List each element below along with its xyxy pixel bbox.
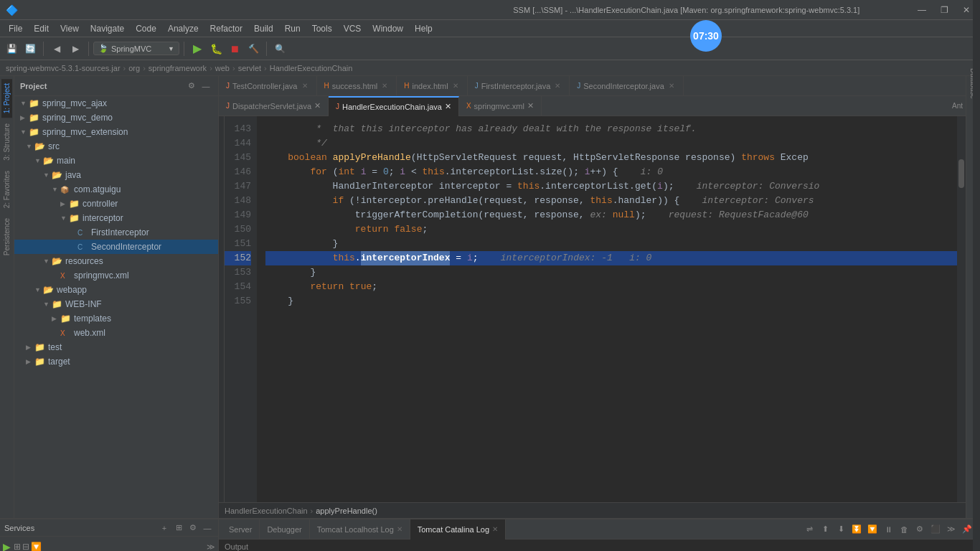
code-editor[interactable]: 143 144 145 146 147 148 149 150 151 152 … xyxy=(219,116,966,502)
tree-item-demo[interactable]: ▶ 📁 spring_mvc_demo xyxy=(14,110,218,125)
maximize-button[interactable]: ❐ xyxy=(936,4,953,17)
console-tab-catalina[interactable]: Tomcat Catalina Log ✕ xyxy=(410,519,506,540)
menu-analyze[interactable]: Analyze xyxy=(162,22,204,35)
ant-tab[interactable]: Ant xyxy=(952,102,963,110)
menu-navigate[interactable]: Navigate xyxy=(85,22,130,35)
tab-firstinterceptor[interactable]: J FirstInterceptor.java ✕ xyxy=(468,76,570,96)
services-collapse-btn[interactable]: ⊟ xyxy=(22,542,29,552)
tab-index[interactable]: H index.html ✕ xyxy=(397,76,467,96)
tree-item-test[interactable]: ▶ 📁 test xyxy=(14,340,218,354)
bc-method[interactable]: applyPreHandle() xyxy=(316,507,377,515)
search-button[interactable]: 🔍 xyxy=(271,40,288,57)
save-all-button[interactable]: 💾 xyxy=(3,40,20,57)
console-clear-btn[interactable]: 🗑 xyxy=(897,522,911,537)
tree-item-webinf[interactable]: ▼ 📁 WEB-INF xyxy=(14,297,218,311)
breadcrumb-servlet[interactable]: servlet xyxy=(238,64,261,72)
scrollbar-thumb[interactable] xyxy=(958,159,964,188)
breadcrumb-jar[interactable]: spring-webmvc-5.3.1-sources.jar xyxy=(6,64,121,72)
breadcrumb-web[interactable]: web xyxy=(215,64,230,72)
tab-close[interactable]: ✕ xyxy=(492,525,498,533)
tab-close-btn[interactable]: ✕ xyxy=(301,81,309,90)
console-up-btn[interactable]: ⬆ xyxy=(818,522,832,537)
console-more-btn[interactable]: ≫ xyxy=(944,522,958,537)
services-add-btn[interactable]: + xyxy=(158,522,171,534)
tab-testcontroller[interactable]: J TestController.java ✕ xyxy=(219,76,317,96)
console-tab-server[interactable]: Server xyxy=(222,519,260,540)
breadcrumb-handler[interactable]: HandlerExecutionChain xyxy=(270,64,353,72)
tab-close-btn[interactable]: ✕ xyxy=(380,81,389,90)
close-button[interactable]: ✕ xyxy=(958,4,974,17)
menu-view[interactable]: View xyxy=(55,22,85,35)
vertical-scrollbar[interactable] xyxy=(957,116,966,502)
tree-item-webxml[interactable]: X web.xml xyxy=(14,326,218,340)
services-filter-btn[interactable]: 🔽 xyxy=(31,542,42,552)
tab-close[interactable]: ✕ xyxy=(397,525,402,533)
tree-item-second[interactable]: C SecondInterceptor xyxy=(14,240,218,254)
persistence-tab[interactable]: Persistence xyxy=(1,214,12,260)
tab-success[interactable]: H success.html ✕ xyxy=(317,76,397,96)
stop-button[interactable]: ⏹ xyxy=(226,40,243,57)
services-layout-btn[interactable]: ⊞ xyxy=(172,522,185,534)
forward-button[interactable]: ▶ xyxy=(67,40,84,57)
debug-button[interactable]: 🐛 xyxy=(207,40,225,57)
console-scroll-end-btn[interactable]: ⏬ xyxy=(849,522,864,537)
tree-item-springmvc-xml[interactable]: X springmvc.xml xyxy=(14,268,218,283)
services-more-btn[interactable]: ≫ xyxy=(207,542,215,551)
title-controls[interactable]: — ❐ ✕ xyxy=(913,4,974,17)
project-settings-btn[interactable]: ⚙ xyxy=(185,80,198,93)
tree-item-com[interactable]: ▼ 📦 com.atguigu xyxy=(14,182,218,197)
menu-code[interactable]: Code xyxy=(130,22,162,35)
tab-close-btn[interactable]: ✕ xyxy=(667,81,676,90)
breadcrumb-springframework[interactable]: springframework xyxy=(149,64,207,72)
code-content[interactable]: * that this interceptor has already deal… xyxy=(257,116,957,502)
services-settings-btn[interactable]: ⚙ xyxy=(187,522,199,534)
tree-item-interceptor[interactable]: ▼ 📁 interceptor xyxy=(14,211,218,225)
project-selector[interactable]: 🍃 SpringMVC ▼ xyxy=(93,42,179,55)
project-tab[interactable]: 1: Project xyxy=(1,79,12,118)
console-pin-btn[interactable]: 📌 xyxy=(960,522,974,537)
menu-build[interactable]: Build xyxy=(248,22,279,35)
menu-vcs[interactable]: VCS xyxy=(338,22,367,35)
console-filter-btn[interactable]: 🔽 xyxy=(865,522,880,537)
console-wrap-btn[interactable]: ⇌ xyxy=(802,522,816,537)
services-expand-btn[interactable]: ⊞ xyxy=(14,542,21,552)
tree-item-resources[interactable]: ▼ 📂 resources xyxy=(14,254,218,268)
tree-item-webapp[interactable]: ▼ 📂 webapp xyxy=(14,283,218,297)
menu-tools[interactable]: Tools xyxy=(306,22,338,35)
tree-item-java[interactable]: ▼ 📂 java xyxy=(14,168,218,182)
tree-item-target[interactable]: ▶ 📁 target xyxy=(14,354,218,369)
menu-help[interactable]: Help xyxy=(409,22,438,35)
console-pause-btn[interactable]: ⏸ xyxy=(881,522,895,537)
tree-item-main[interactable]: ▼ 📂 main xyxy=(14,154,218,168)
tree-item-templates[interactable]: ▶ 📁 templates xyxy=(14,311,218,326)
console-tab-localhost[interactable]: Tomcat Localhost Log ✕ xyxy=(310,519,410,540)
tab-close-btn[interactable]: ✕ xyxy=(451,81,460,90)
tree-item-ext[interactable]: ▼ 📁 spring_mvc_extension xyxy=(14,125,218,139)
back-button[interactable]: ◀ xyxy=(48,40,65,57)
menu-refactor[interactable]: Refactor xyxy=(204,22,248,35)
tab-close-btn[interactable]: ✕ xyxy=(553,81,562,90)
console-tab-debugger[interactable]: Debugger xyxy=(260,519,309,540)
services-minimize-btn[interactable]: — xyxy=(201,522,214,534)
menu-window[interactable]: Window xyxy=(367,22,409,35)
favorites-tab[interactable]: 2: Favorites xyxy=(1,166,12,212)
console-scrollbar[interactable] xyxy=(973,519,980,551)
services-run-btn[interactable]: ▶ xyxy=(3,541,11,552)
build-button[interactable]: 🔨 xyxy=(245,40,262,57)
tab-close-btn[interactable]: ✕ xyxy=(445,102,451,111)
menu-file[interactable]: File xyxy=(3,22,28,35)
console-settings-btn[interactable]: ⚙ xyxy=(913,522,927,537)
tree-item-controller[interactable]: ▶ 📁 controller xyxy=(14,197,218,211)
tab-close-btn[interactable]: ✕ xyxy=(314,101,321,110)
project-collapse-btn[interactable]: — xyxy=(199,80,212,93)
tree-item-ajax[interactable]: ▼ 📁 spring_mvc_ajax xyxy=(14,96,218,110)
tab-secondinterceptor[interactable]: J SecondInterceptor.java ✕ xyxy=(570,76,684,96)
tree-item-first[interactable]: C FirstInterceptor xyxy=(14,225,218,240)
tab-handlerexecution[interactable]: J HandlerExecutionChain.java ✕ xyxy=(329,96,459,116)
tab-dispatcherservlet[interactable]: J DispatcherServlet.java ✕ xyxy=(219,96,329,116)
console-down-btn[interactable]: ⬇ xyxy=(834,522,848,537)
sync-button[interactable]: 🔄 xyxy=(22,40,39,57)
structure-tab[interactable]: 3: Structure xyxy=(1,119,12,165)
menu-edit[interactable]: Edit xyxy=(28,22,55,35)
bc-handler[interactable]: HandlerExecutionChain xyxy=(225,507,308,515)
